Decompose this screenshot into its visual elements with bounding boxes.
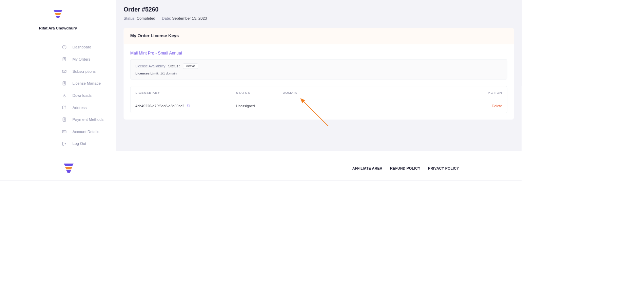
limit-label: Licences Limit: bbox=[135, 71, 159, 75]
sidebar-item-label: License Manage bbox=[73, 81, 101, 86]
page-title: Order #5260 bbox=[124, 6, 514, 13]
svg-rect-5 bbox=[62, 70, 66, 72]
footer-link-refund[interactable]: REFUND POLICY bbox=[390, 166, 420, 170]
envelope-icon bbox=[61, 69, 67, 74]
sidebar-item-label: Account Details bbox=[73, 129, 99, 134]
logout-icon bbox=[61, 141, 67, 146]
table-row: 4bb49226-d79f5aa8-e3b99ac2 Unassigned De… bbox=[131, 99, 507, 113]
status-value: Completed bbox=[137, 16, 155, 20]
product-link[interactable]: Mail Mint Pro - Small Annual bbox=[130, 51, 507, 56]
svg-rect-19 bbox=[188, 105, 190, 107]
svg-rect-15 bbox=[62, 130, 66, 133]
sidebar-nav: Dashboard My Orders Subscriptions Licens… bbox=[0, 41, 116, 150]
sidebar-item-subscriptions[interactable]: Subscriptions bbox=[61, 65, 105, 78]
main-content: Order #5260 Status: Completed Date: Sept… bbox=[116, 0, 522, 151]
sidebar-item-logout[interactable]: Log Out bbox=[61, 138, 105, 150]
id-card-icon bbox=[61, 129, 67, 134]
map-icon bbox=[61, 105, 67, 110]
sidebar: Rifat Ara Chowdhury Dashboard My Orders … bbox=[0, 0, 116, 151]
sidebar-item-license[interactable]: License Manage bbox=[61, 77, 105, 89]
availability-label: License Availability bbox=[135, 64, 165, 68]
copy-icon[interactable] bbox=[187, 104, 190, 108]
download-icon bbox=[61, 93, 67, 98]
footer-link-privacy[interactable]: PRIVACY POLICY bbox=[428, 166, 459, 170]
status-sub-label: Status : bbox=[168, 64, 180, 68]
sidebar-item-downloads[interactable]: Downloads bbox=[61, 89, 105, 102]
sidebar-item-label: Log Out bbox=[73, 142, 86, 146]
sidebar-item-label: Downloads bbox=[73, 93, 92, 97]
table-header-row: LICENSE KEY STATUS DOMAIN ACTION bbox=[131, 86, 507, 99]
limit-value: 1/1 domain bbox=[160, 71, 177, 75]
license-key-value: 4bb49226-d79f5aa8-e3b99ac2 bbox=[135, 104, 184, 108]
document-icon bbox=[61, 81, 67, 86]
sidebar-item-account[interactable]: Account Details bbox=[61, 126, 105, 138]
gauge-icon bbox=[61, 44, 67, 50]
footer-link-affiliate[interactable]: AFFILIATE AREA bbox=[352, 166, 383, 170]
th-domain: DOMAIN bbox=[282, 91, 480, 94]
th-status: STATUS bbox=[236, 91, 283, 94]
document-icon bbox=[61, 117, 67, 122]
license-table: LICENSE KEY STATUS DOMAIN ACTION 4bb4922… bbox=[130, 86, 507, 113]
sidebar-item-label: Subscriptions bbox=[73, 69, 96, 73]
logo-icon bbox=[53, 8, 63, 19]
date-label: Date: bbox=[162, 16, 171, 20]
license-card: My Order License Keys Mail Mint Pro - Sm… bbox=[124, 28, 514, 120]
sidebar-item-address[interactable]: Address bbox=[61, 102, 105, 114]
sidebar-item-label: Dashboard bbox=[73, 45, 91, 49]
th-key: LICENSE KEY bbox=[135, 91, 236, 94]
status-label: Status: bbox=[124, 16, 136, 20]
delete-link[interactable]: Delete bbox=[492, 104, 502, 108]
sidebar-item-label: Address bbox=[73, 105, 87, 110]
date-value: September 13, 2023 bbox=[172, 16, 207, 20]
sidebar-item-payment[interactable]: Payment Methods bbox=[61, 113, 105, 126]
sidebar-item-orders[interactable]: My Orders bbox=[61, 53, 105, 65]
document-icon bbox=[61, 57, 67, 62]
svg-point-10 bbox=[65, 106, 65, 107]
license-info-box: License Availability Status : Active Lic… bbox=[130, 59, 507, 80]
sidebar-item-dashboard[interactable]: Dashboard bbox=[61, 41, 105, 53]
order-meta: Status: Completed Date: September 13, 20… bbox=[124, 16, 514, 20]
status-pill: Active bbox=[183, 63, 198, 69]
svg-point-16 bbox=[63, 131, 64, 132]
sidebar-item-label: Payment Methods bbox=[73, 117, 103, 122]
license-status-value: Unassigned bbox=[236, 104, 283, 108]
footer: AFFILIATE AREA REFUND POLICY PRIVACY POL… bbox=[0, 151, 522, 181]
sidebar-item-label: My Orders bbox=[73, 57, 91, 61]
footer-logo-icon bbox=[63, 162, 75, 175]
th-action: ACTION bbox=[480, 91, 502, 94]
card-header: My Order License Keys bbox=[124, 28, 514, 44]
user-name: Rifat Ara Chowdhury bbox=[39, 26, 77, 30]
